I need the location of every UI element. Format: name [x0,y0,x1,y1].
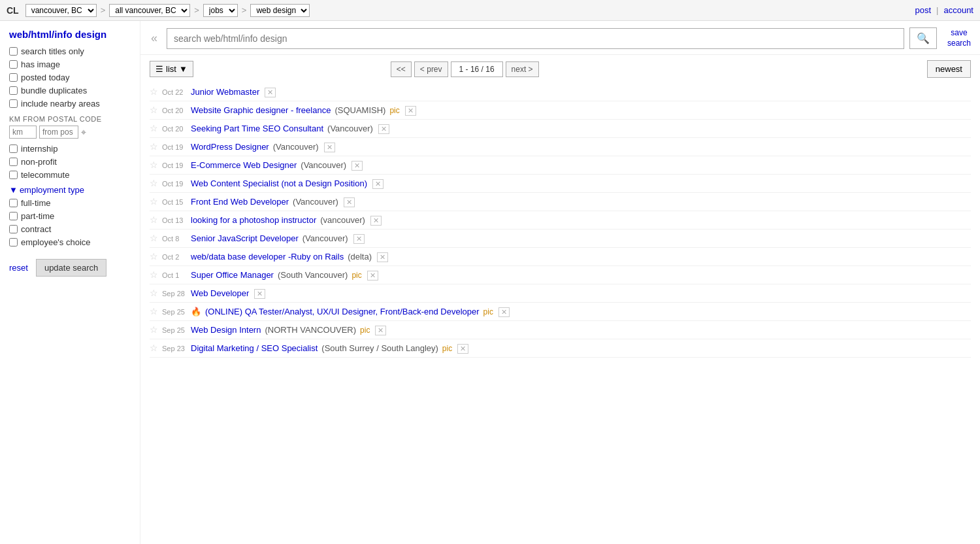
job-title-link[interactable]: (ONLINE) QA Tester/Analyst, UX/UI Design… [205,307,480,316]
job-location: (delta) [348,252,372,262]
telecommute-checkbox[interactable] [9,171,18,179]
star-icon[interactable]: ☆ [150,86,158,97]
category2-select[interactable]: web design [250,4,310,17]
star-icon[interactable]: ☆ [150,288,158,298]
internship-checkbox[interactable] [9,144,18,153]
job-title-link[interactable]: Web Content Specialist (not a Design Pos… [191,178,367,188]
table-row: ☆ Oct 15 Front End Web Developer (Vancou… [150,193,971,211]
category1-select[interactable]: jobs [203,4,238,17]
star-icon[interactable]: ☆ [150,214,158,225]
telecommute-label[interactable]: telecommute [21,170,69,180]
remove-icon[interactable]: ✕ [457,344,468,354]
prev-page-button[interactable]: < prev [414,61,448,77]
star-icon[interactable]: ☆ [150,141,158,152]
remove-icon[interactable]: ✕ [372,179,384,189]
remove-icon[interactable]: ✕ [353,234,365,244]
bundle-checkbox[interactable] [9,86,18,95]
remove-icon[interactable]: ✕ [351,161,363,171]
first-page-button[interactable]: << [391,61,412,77]
contract-label[interactable]: contract [21,224,51,234]
star-icon[interactable]: ☆ [150,343,158,353]
location1-select[interactable]: vancouver, BC [25,4,97,17]
remove-icon[interactable]: ✕ [377,252,388,262]
remove-icon[interactable]: ✕ [265,88,276,97]
job-title-link[interactable]: E-Commerce Web Designer [191,160,297,170]
image-label[interactable]: has image [21,60,60,69]
target-icon[interactable]: ⌖ [81,127,86,138]
star-icon[interactable]: ☆ [150,251,158,262]
job-title-link[interactable]: Website Graphic designer - freelance [191,105,331,115]
nonprofit-checkbox[interactable] [9,158,18,166]
today-label[interactable]: posted today [21,73,69,82]
job-title-link[interactable]: Front End Web Developer [191,197,289,207]
job-title-link[interactable]: looking for a photoshop instructor [191,215,316,225]
remove-icon[interactable]: ✕ [405,106,416,116]
star-icon[interactable]: ☆ [150,324,158,335]
today-checkbox[interactable] [9,73,18,82]
nearby-label[interactable]: include nearby areas [21,99,100,109]
search-input[interactable] [167,28,904,49]
job-title-link[interactable]: Senior JavaScript Developer [191,233,299,243]
titles-label[interactable]: search titles only [21,46,84,56]
account-link[interactable]: account [943,5,973,15]
job-title-link[interactable]: Digital Marketing / SEO Specialist [191,343,318,353]
newest-button[interactable]: newest [927,60,971,78]
update-search-button[interactable]: update search [36,259,106,277]
employment-type-header[interactable]: ▼ employment type [9,185,133,195]
star-icon[interactable]: ☆ [150,306,158,316]
table-row: ☆ Oct 8 Senior JavaScript Developer (Van… [150,230,971,248]
job-title-link[interactable]: Super Office Manager [191,270,274,280]
star-icon[interactable]: ☆ [150,196,158,207]
internship-label[interactable]: internship [21,144,57,154]
job-title-link[interactable]: Seeking Part Time SEO Consultant [191,124,323,133]
employees-checkbox[interactable] [9,238,18,246]
km-input[interactable] [9,126,37,139]
bundle-label[interactable]: bundle duplicates [21,86,87,95]
titles-checkbox[interactable] [9,47,18,56]
job-title-link[interactable]: Junior Webmaster [191,87,259,97]
parttime-label[interactable]: part-time [21,211,54,221]
job-date: Oct 2 [162,253,187,261]
remove-icon[interactable]: ✕ [254,289,265,299]
remove-icon[interactable]: ✕ [370,216,382,226]
location2-select[interactable]: all vancouver, BC [109,4,190,17]
nonprofit-label[interactable]: non-profit [21,157,57,167]
post-link[interactable]: post [915,5,931,15]
image-checkbox[interactable] [9,60,18,69]
star-icon[interactable]: ☆ [150,178,158,188]
employment-label: employment type [20,185,84,195]
filter-nonprofit: non-profit [9,157,133,167]
flame-icon: 🔥 [191,307,201,316]
employees-label[interactable]: employee's choice [21,237,91,247]
parttime-checkbox[interactable] [9,212,18,220]
basic-filters: search titles only has image posted toda… [9,46,133,109]
collapse-button[interactable]: « [147,31,161,45]
nearby-checkbox[interactable] [9,99,18,108]
remove-icon[interactable]: ✕ [498,307,510,317]
remove-icon[interactable]: ✕ [324,143,335,152]
star-icon[interactable]: ☆ [150,269,158,280]
fulltime-label[interactable]: full-time [21,198,51,208]
next-page-button[interactable]: next > [506,61,539,77]
star-icon[interactable]: ☆ [150,123,158,133]
job-date: Sep 23 [162,345,187,352]
remove-icon[interactable]: ✕ [367,271,378,280]
job-title-link[interactable]: Web Design Intern [191,325,261,335]
save-search-link[interactable]: save search [947,28,971,48]
search-submit-button[interactable]: 🔍 [909,27,937,49]
remove-icon[interactable]: ✕ [378,124,389,134]
contract-checkbox[interactable] [9,225,18,233]
reset-button[interactable]: reset [9,263,28,273]
remove-icon[interactable]: ✕ [375,326,386,335]
job-date: Sep 25 [162,308,187,316]
job-title-link[interactable]: Web Developer [191,288,249,298]
job-title-link[interactable]: WordPress Designer [191,142,269,152]
remove-icon[interactable]: ✕ [344,197,355,207]
star-icon[interactable]: ☆ [150,160,158,170]
fulltime-checkbox[interactable] [9,199,18,207]
star-icon[interactable]: ☆ [150,105,158,115]
star-icon[interactable]: ☆ [150,233,158,243]
job-title-link[interactable]: web/data base developer -Ruby on Rails [191,252,344,262]
list-view-button[interactable]: ☰ list ▼ [150,61,193,77]
postal-input[interactable] [39,126,78,139]
